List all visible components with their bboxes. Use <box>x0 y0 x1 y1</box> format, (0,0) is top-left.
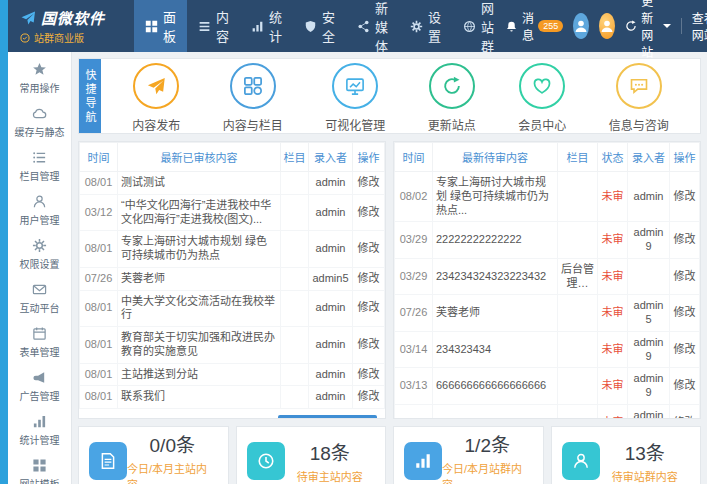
status-badge: 未审 <box>598 404 628 419</box>
edit-link[interactable]: 修改 <box>674 306 696 318</box>
nav-label: 安全 <box>322 7 335 45</box>
cloud-icon <box>32 106 47 121</box>
edit-link[interactable]: 修改 <box>674 379 696 391</box>
table-row: 03/11234324232未审admin5修改 <box>395 404 700 419</box>
user-check-icon <box>562 442 600 480</box>
messages-label: 消息 <box>522 9 534 43</box>
refresh-icon <box>625 20 637 32</box>
stat-value: 1/2条 <box>465 430 510 457</box>
sidebar-item-label: 缓存与静态 <box>15 124 65 139</box>
quick-item-update-site[interactable]: 更新站点 <box>428 63 476 133</box>
quick-item-label: 会员中心 <box>518 116 566 133</box>
table-row: 07/26芙蓉老师未审admin5修改 <box>395 295 700 332</box>
status-badge: 未审 <box>598 295 628 332</box>
status-badge: 未审 <box>598 258 628 295</box>
quick-nav-panel: 快捷导航 内容发布 内容与栏目 可视化管理 更新站点 会员中心 <box>78 58 701 134</box>
nav-label: 设置 <box>428 7 441 45</box>
clock-icon <box>247 442 285 480</box>
bell-icon <box>505 20 518 33</box>
table-row: 08/01教育部关于切实加强和改进民办教育的实施意见admin修改 <box>80 327 385 364</box>
sidebar-item-label: 常用操作 <box>20 80 60 95</box>
quick-item-content-columns[interactable]: 内容与栏目 <box>223 63 283 133</box>
view-site-link[interactable]: 查看网站 <box>692 9 707 43</box>
sidebar-item-permissions[interactable]: 权限设置 <box>8 232 71 276</box>
sidebar-item-interaction[interactable]: 互动平台 <box>8 276 71 320</box>
stat-label: 今日/本月站群内容 <box>442 460 533 484</box>
sidebar-item-label: 权限设置 <box>20 256 60 271</box>
edit-link[interactable]: 修改 <box>674 416 696 419</box>
edit-link[interactable]: 修改 <box>358 176 380 188</box>
edit-link[interactable]: 修改 <box>358 206 380 218</box>
shield-icon <box>304 20 317 33</box>
edit-link[interactable]: 修改 <box>358 301 380 313</box>
quick-item-label: 可视化管理 <box>325 116 385 133</box>
sidebar-item-label: 广告管理 <box>20 388 60 403</box>
column-header: 栏目 <box>558 143 598 172</box>
quick-item-member-center[interactable]: 会员中心 <box>518 63 566 133</box>
stat-card-sitegroup-content: 1/2条 今日/本月站群内容 <box>393 426 544 484</box>
edit-link[interactable]: 修改 <box>358 338 380 350</box>
monitor-icon <box>332 63 378 109</box>
column-header: 时间 <box>395 143 433 172</box>
edit-link[interactable]: 修改 <box>674 270 696 282</box>
nav-item-stats[interactable]: 统计 <box>240 0 293 52</box>
calendar-icon <box>32 326 47 341</box>
topbar-right: 消息 255 更新网站 查看网站 <box>505 0 707 60</box>
update-site-button[interactable]: 更新网站 <box>625 0 671 60</box>
stat-card-pending-sitegroup: 13条 待审站群内容 <box>551 426 702 484</box>
chat-icon <box>616 63 662 109</box>
divider <box>681 18 682 34</box>
edit-link[interactable]: 修改 <box>674 233 696 245</box>
sidebar-item-users[interactable]: 用户管理 <box>8 188 71 232</box>
quick-item-visual-management[interactable]: 可视化管理 <box>325 63 385 133</box>
chevron-down-icon <box>663 24 671 28</box>
edit-link[interactable]: 修改 <box>358 390 380 402</box>
quick-item-content-publish[interactable]: 内容发布 <box>132 63 180 133</box>
sidebar-item-forms[interactable]: 表单管理 <box>8 320 71 364</box>
user-avatar[interactable] <box>573 13 589 39</box>
stat-card-pending-main: 18条 待审主站内容 <box>236 426 387 484</box>
table-row: 08/01专家上海研讨大城市规划 绿色可持续城市仍为热点admin修改 <box>80 231 385 268</box>
nav-item-settings[interactable]: 设置 <box>399 0 452 52</box>
table-row: 03/2922222222222222未审admin9修改 <box>395 222 700 259</box>
nav-label: 内容 <box>216 7 229 45</box>
status-badge: 未审 <box>598 222 628 259</box>
sidebar-item-common-operations[interactable]: 常用操作 <box>8 56 71 100</box>
messages-button[interactable]: 消息 255 <box>505 9 563 43</box>
table-header-row: 时间 最新待审内容 栏目 状态 录入者 操作 <box>395 143 700 172</box>
column-header: 操作 <box>670 143 700 172</box>
main-content: 快捷导航 内容发布 内容与栏目 可视化管理 更新站点 会员中心 <box>72 52 707 484</box>
nav-item-panel[interactable]: 面板 <box>134 0 187 52</box>
edit-link[interactable]: 修改 <box>358 242 380 254</box>
sidebar-item-columns[interactable]: 栏目管理 <box>8 144 71 188</box>
nav-item-content[interactable]: 内容 <box>187 0 240 52</box>
quick-item-info-consult[interactable]: 信息与咨询 <box>609 63 669 133</box>
star-icon <box>32 62 47 77</box>
column-header: 操作 <box>353 143 385 172</box>
quick-item-label: 内容与栏目 <box>223 116 283 133</box>
edit-link[interactable]: 修改 <box>674 343 696 355</box>
edit-link[interactable]: 修改 <box>674 190 696 202</box>
paper-plane-icon <box>133 63 179 109</box>
heart-icon <box>519 63 565 109</box>
table-row: 07/26芙蓉老师admin5修改 <box>80 267 385 290</box>
nav-item-newmedia[interactable]: 新媒体 <box>346 0 399 52</box>
sidebar-item-statistics[interactable]: 统计管理 <box>8 408 71 452</box>
nav-item-security[interactable]: 安全 <box>293 0 346 52</box>
sidebar: 常用操作 缓存与静态 栏目管理 用户管理 权限设置 互动平台 表单管理 广告管理… <box>8 52 72 484</box>
nav-item-sitegroup[interactable]: 网站群 <box>452 0 505 52</box>
pending-content-panel: 时间 最新待审内容 栏目 状态 录入者 操作 08/02专家上海研讨大城市规划 … <box>393 141 701 419</box>
table-row: 03/12“中华文化四海行”走进我校中华文化四海行”走进我校(图文)...adm… <box>80 194 385 231</box>
table-row: 08/01联系我们admin修改 <box>80 386 385 409</box>
sidebar-item-templates[interactable]: 网站模板 <box>8 452 71 484</box>
status-badge: 未审 <box>598 331 628 368</box>
sidebar-item-cache-static[interactable]: 缓存与静态 <box>8 100 71 144</box>
nav-label: 统计 <box>269 7 282 45</box>
status-badge: 未审 <box>598 368 628 405</box>
enter-reviewed-button[interactable]: 进入已审核内容 <box>278 415 377 419</box>
edit-link[interactable]: 修改 <box>358 272 380 284</box>
sidebar-item-ads[interactable]: 广告管理 <box>8 364 71 408</box>
stat-value: 13条 <box>625 438 665 465</box>
edit-link[interactable]: 修改 <box>358 368 380 380</box>
site-avatar[interactable] <box>599 13 615 39</box>
